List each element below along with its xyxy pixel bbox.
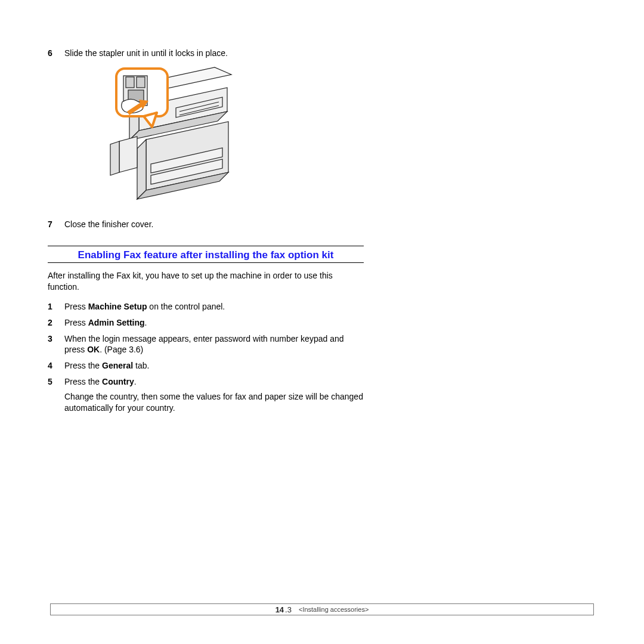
step-text: Press the General tab. <box>64 360 364 371</box>
page-footer: 14.3 <Installing accessories> <box>50 603 594 615</box>
step-number: 2 <box>48 317 64 329</box>
step-text: Press the Country. Change the country, t… <box>64 376 364 414</box>
step-number: 5 <box>48 376 64 388</box>
step-number: 6 <box>48 48 64 59</box>
step-text: Press Admin Setting. <box>64 317 364 329</box>
section-heading: Enabling Fax feature after installing th… <box>48 246 364 263</box>
step-text: When the login message appears, enter pa… <box>64 333 364 356</box>
step-5-note: Change the country, then some the values… <box>64 391 364 414</box>
step-7: 7 Close the finisher cover. <box>48 219 364 230</box>
step-number: 4 <box>48 360 64 371</box>
page-number-sub: .3 <box>285 605 292 614</box>
step-text: Close the finisher cover. <box>64 219 364 230</box>
svg-marker-13 <box>119 137 137 172</box>
intro-paragraph: After installing the Fax kit, you have t… <box>48 270 364 293</box>
rule-bottom <box>48 262 364 263</box>
fax-step-1: 1 Press Machine Setup on the control pan… <box>48 301 364 312</box>
section-title: Enabling Fax feature after installing th… <box>48 246 364 262</box>
printer-illustration-icon <box>86 65 242 208</box>
step-number: 1 <box>48 301 64 312</box>
fax-step-5: 5 Press the Country. Change the country,… <box>48 376 364 414</box>
content-column: 6 Slide the stapler unit in until it loc… <box>48 48 364 419</box>
fax-step-4: 4 Press the General tab. <box>48 360 364 371</box>
section-title-link[interactable]: Enabling Fax feature after installing th… <box>78 249 334 261</box>
page-number-chapter: 14 <box>275 605 284 614</box>
step-text: Slide the stapler unit in until it locks… <box>64 48 364 59</box>
fax-step-3: 3 When the login message appears, enter … <box>48 333 364 356</box>
printer-stapler-figure <box>86 65 364 208</box>
step-6: 6 Slide the stapler unit in until it loc… <box>48 48 364 59</box>
step-text: Press Machine Setup on the control panel… <box>64 301 364 312</box>
step-number: 7 <box>48 219 64 230</box>
fax-step-2: 2 Press Admin Setting. <box>48 317 364 329</box>
svg-marker-1 <box>137 140 146 199</box>
svg-rect-17 <box>126 77 134 88</box>
svg-marker-14 <box>110 141 119 175</box>
svg-rect-18 <box>137 77 145 88</box>
step-number: 3 <box>48 333 64 345</box>
footer-breadcrumb: <Installing accessories> <box>299 606 369 613</box>
manual-page: 6 Slide the stapler unit in until it loc… <box>0 0 644 644</box>
